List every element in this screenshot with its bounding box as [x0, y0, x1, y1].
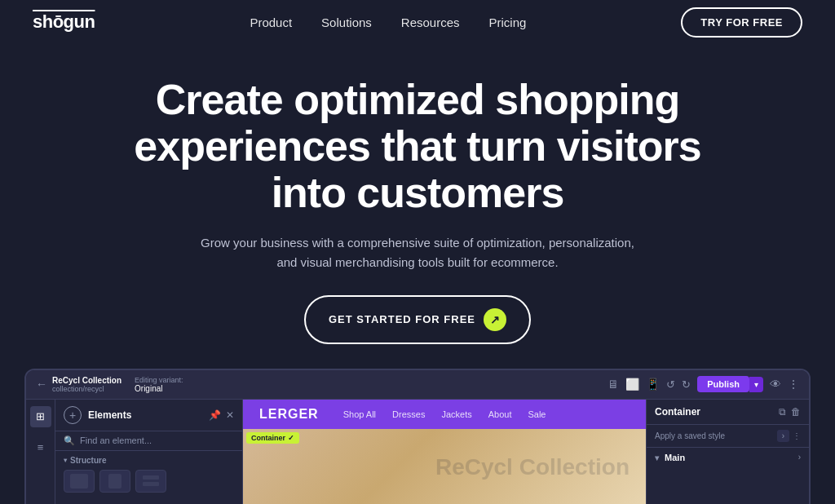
toolbar-left: ← ReCycl Collection collection/recycl Ed… — [36, 376, 601, 393]
structure-item-3[interactable] — [135, 470, 166, 493]
hero-section: Create optimized shopping experiences th… — [0, 44, 835, 369]
main-section-label: ▾ Main — [655, 453, 685, 462]
more-options-icon[interactable]: ⋮ — [788, 378, 799, 391]
container-checkmark: ✓ — [288, 434, 294, 442]
canvas-content: Container ✓ ReCycl Collection — [243, 429, 646, 504]
editing-variant-label: Editing variant: — [135, 376, 183, 384]
properties-panel: Container ⧉ 🗑 Apply a saved style › ⋮ ▾ … — [646, 400, 809, 504]
editor-body: ⊞ ≡ + Elements 📌 ✕ 🔍 Find an element... — [26, 400, 809, 504]
style-more-icon[interactable]: ⋮ — [793, 431, 801, 440]
add-element-button[interactable]: + — [64, 406, 82, 424]
canvas-navigation: LERGER Shop All Dresses Jackets About Sa… — [243, 400, 646, 429]
try-free-button[interactable]: TRY FOR FREE — [681, 7, 802, 38]
pin-icon[interactable]: 📌 — [209, 409, 221, 421]
structure-item-inner-2 — [108, 474, 121, 489]
tablet-icon[interactable]: ⬜ — [625, 378, 639, 391]
canvas-hero-image: ReCycl Collection — [243, 429, 646, 504]
element-search: 🔍 Find an element... — [55, 431, 242, 451]
hero-headline: Create optimized shopping experiences th… — [124, 77, 711, 217]
get-started-button[interactable]: GET STARTED FOR FREE ↗ — [304, 295, 531, 344]
nav-item-product[interactable]: Product — [250, 15, 292, 29]
nav-item-solutions[interactable]: Solutions — [321, 15, 372, 29]
side-layers-icon[interactable]: ≡ — [30, 437, 51, 458]
panel-left-icons: + Elements — [64, 406, 131, 424]
mobile-icon[interactable]: 📱 — [646, 378, 660, 391]
container-badge-text: Container — [251, 434, 285, 442]
publish-dropdown[interactable]: ▾ — [749, 377, 763, 392]
panel-right-icons: 📌 ✕ — [209, 409, 234, 421]
desktop-icon[interactable]: 🖥 — [607, 378, 619, 391]
cta-arrow-icon: ↗ — [484, 308, 506, 331]
breadcrumb-title: ReCycl Collection — [52, 376, 121, 385]
delete-element-icon[interactable]: 🗑 — [791, 406, 801, 418]
nav-item-pricing[interactable]: Pricing — [489, 15, 527, 29]
back-icon[interactable]: ← — [36, 378, 47, 391]
side-elements-icon[interactable]: ⊞ — [30, 406, 51, 427]
canvas-nav-jackets[interactable]: Jackets — [441, 409, 471, 419]
right-panel-header: Container ⧉ 🗑 — [647, 400, 809, 425]
structure-item-1[interactable] — [64, 470, 95, 493]
structure-items — [64, 470, 234, 493]
canvas-nav-about[interactable]: About — [488, 409, 512, 419]
canvas-hero-text: ReCycl Collection — [435, 454, 630, 480]
breadcrumb-info: ReCycl Collection collection/recycl — [52, 376, 121, 393]
nav-item-resources[interactable]: Resources — [401, 15, 460, 29]
nav: Product Solutions Resources Pricing — [250, 15, 526, 29]
main-section-header: ▾ Main › — [647, 448, 809, 467]
structure-chevron: ▾ — [64, 457, 67, 464]
canvas-logo: LERGER — [259, 407, 319, 422]
style-input-row: Apply a saved style › ⋮ — [647, 425, 809, 448]
elements-panel: + Elements 📌 ✕ 🔍 Find an element... ▾ St… — [55, 400, 243, 504]
close-panel-icon[interactable]: ✕ — [226, 409, 234, 421]
structure-item-inner-1 — [70, 474, 88, 489]
editing-variant-value: Original — [135, 384, 183, 393]
canvas-nav-sale[interactable]: Sale — [528, 409, 546, 419]
editor-preview: ← ReCycl Collection collection/recycl Ed… — [24, 369, 811, 504]
undo-button[interactable]: ↺ — [666, 378, 675, 391]
hero-subtext: Grow your business with a comprehensive … — [189, 233, 646, 272]
structure-section: ▾ Structure — [55, 451, 242, 497]
style-input-label: Apply a saved style — [655, 431, 725, 440]
main-label-text: Main — [665, 453, 685, 462]
panel-title: Elements — [88, 409, 131, 421]
editing-variant: Editing variant: Original — [135, 376, 183, 393]
search-input[interactable]: Find an element... — [80, 435, 152, 445]
structure-label: ▾ Structure — [64, 456, 234, 465]
preview-icon[interactable]: 👁 — [770, 378, 781, 391]
panel-header: + Elements 📌 ✕ — [55, 400, 242, 431]
toolbar-center: 🖥 ⬜ 📱 — [607, 378, 660, 391]
editor-toolbar: ← ReCycl Collection collection/recycl Ed… — [26, 370, 809, 400]
canvas-area: LERGER Shop All Dresses Jackets About Sa… — [243, 400, 646, 504]
expand-main-icon[interactable]: › — [798, 453, 801, 462]
container-badge: Container ✓ — [246, 432, 299, 444]
copy-element-icon[interactable]: ⧉ — [779, 406, 786, 418]
structure-item-2[interactable] — [99, 470, 130, 493]
canvas-nav-dresses[interactable]: Dresses — [392, 409, 425, 419]
style-arrow: › — [777, 430, 789, 442]
container-label: Container — [655, 406, 700, 418]
search-icon: 🔍 — [64, 435, 75, 446]
structure-text: Structure — [70, 456, 106, 465]
right-panel-icons: ⧉ 🗑 — [779, 406, 801, 418]
publish-button[interactable]: Publish — [697, 376, 749, 392]
breadcrumb-sub: collection/recycl — [52, 385, 121, 393]
side-strip: ⊞ ≡ — [26, 400, 55, 504]
logo: shōgun — [33, 11, 95, 33]
toolbar-right: ↺ ↻ Publish ▾ 👁 ⋮ — [666, 376, 799, 392]
header: shōgun Product Solutions Resources Prici… — [0, 0, 835, 44]
canvas-nav-items: Shop All Dresses Jackets About Sale — [343, 409, 546, 419]
canvas-nav-shop[interactable]: Shop All — [343, 409, 376, 419]
redo-button[interactable]: ↻ — [682, 378, 691, 391]
cta-label: GET STARTED FOR FREE — [329, 313, 475, 325]
